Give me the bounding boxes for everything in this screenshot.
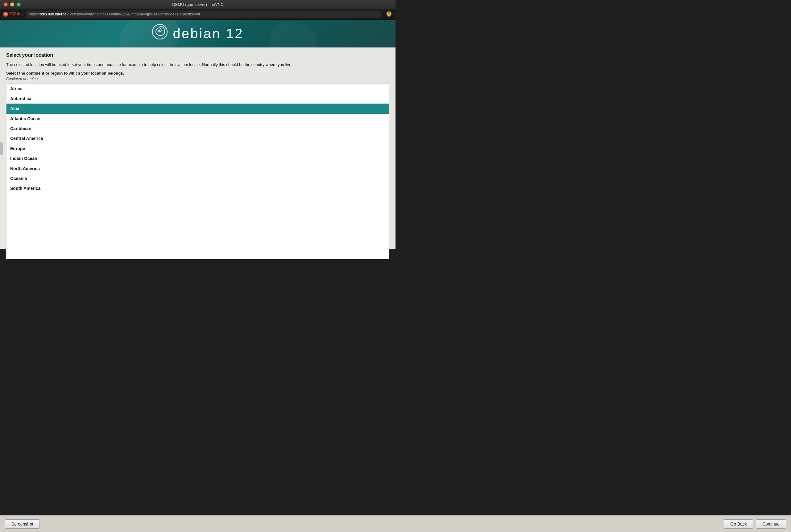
minimize-button[interactable]: [10, 2, 14, 6]
url-path: /?console=kvm&novnc=1&vmid=123&vmname=gp…: [67, 12, 200, 16]
list-item[interactable]: Europe: [6, 144, 389, 153]
list-item[interactable]: Central America: [6, 133, 389, 143]
list-item[interactable]: Atlantic Ocean: [6, 114, 389, 124]
list-item[interactable]: Caribbean: [6, 124, 389, 133]
list-item[interactable]: Antarctica: [6, 94, 389, 103]
page-description: The selected location will be used to se…: [6, 62, 389, 68]
field-label: Continent or region:: [6, 77, 389, 81]
url-text: https://odin.hub.internal/?console=kvm&n…: [29, 12, 200, 16]
debian-header: debian 12: [0, 20, 396, 48]
window-title: QEMU (gpu-server) - noVNC: [172, 2, 224, 7]
url-bar[interactable]: https://odin.hub.internal/?console=kvm&n…: [26, 11, 381, 18]
main-content: Select your location The selected locati…: [0, 48, 396, 249]
list-item[interactable]: North America: [6, 164, 389, 173]
close-button[interactable]: [4, 2, 8, 6]
list-item[interactable]: Oceania: [6, 173, 389, 184]
security-warning: ✕ 不安全 |: [3, 12, 24, 17]
list-item[interactable]: Africa: [6, 84, 389, 94]
security-icon: ✕: [3, 12, 8, 17]
debian-swirl-icon: [152, 24, 168, 43]
url-domain: odin.hub.internal: [40, 12, 67, 16]
traffic-lights: [4, 2, 21, 6]
title-bar: QEMU (gpu-server) - noVNC: [0, 0, 396, 8]
debian-title: debian 12: [173, 26, 243, 41]
side-tab[interactable]: [0, 142, 3, 155]
address-bar: ✕ 不安全 | https://odin.hub.internal/?conso…: [0, 8, 396, 20]
page-sub-description: Select the continent or region to which …: [6, 71, 389, 76]
list-item[interactable]: South America: [6, 184, 389, 193]
brave-icon: 🦁: [386, 11, 392, 18]
security-label: 不安全: [9, 12, 20, 17]
list-item[interactable]: Indian Ocean: [6, 153, 389, 163]
debian-logo: debian 12: [152, 24, 243, 43]
url-prefix: https://: [29, 12, 40, 16]
maximize-button[interactable]: [17, 2, 21, 6]
url-separator: |: [22, 12, 23, 16]
page-title: Select your location: [6, 52, 389, 58]
location-list[interactable]: AfricaAntarcticaAsiaAtlantic OceanCaribb…: [6, 83, 389, 259]
list-item[interactable]: Asia: [6, 103, 389, 113]
